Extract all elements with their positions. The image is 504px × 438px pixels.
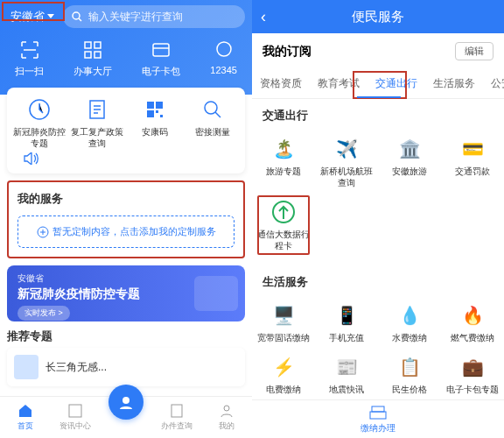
nav-pay[interactable]: 缴纳办理	[360, 405, 396, 434]
svg-point-0	[73, 12, 80, 19]
my-services-title: 我的服务	[18, 191, 234, 207]
service-item[interactable]: 安康码	[129, 96, 181, 149]
edit-button[interactable]: 编辑	[455, 42, 494, 60]
svg-rect-18	[172, 405, 182, 417]
svg-point-20	[273, 201, 294, 223]
svg-rect-11	[147, 110, 154, 117]
traffic-grid: 🏝️旅游专题 ✈️新桥机场航班查询 🏛️安徽旅游 💳交通罚款 通信大数据行程卡	[252, 127, 504, 265]
tab-police[interactable]: 公安服	[483, 69, 504, 98]
search-input[interactable]	[88, 11, 236, 23]
sub-header: 我的订阅 编辑	[252, 33, 504, 69]
search-icon	[72, 11, 83, 23]
item-airport[interactable]: ✈️新桥机场航班查询	[315, 131, 378, 194]
svg-rect-1	[85, 42, 91, 48]
item-trip-card[interactable]: 通信大数据行程卡	[252, 194, 315, 257]
service-item[interactable]: 密接测量	[186, 96, 239, 149]
nav-home[interactable]: 首页	[0, 397, 51, 438]
svg-rect-5	[153, 44, 169, 56]
highlight-box	[353, 71, 407, 99]
item-electric[interactable]: ⚡电费缴纳	[252, 349, 315, 400]
tab-life[interactable]: 生活服务	[425, 69, 483, 98]
header: ‹ 便民服务	[252, 0, 504, 33]
svg-rect-3	[85, 52, 91, 58]
recommend-thumb	[14, 355, 38, 379]
item-earthquake[interactable]: 📰地震快讯	[315, 349, 378, 400]
banner-button[interactable]: 实时发布 >	[18, 306, 70, 321]
svg-rect-12	[156, 110, 158, 113]
item-gas[interactable]: 🔥燃气费缴纳	[441, 297, 504, 349]
label: 密接测量	[195, 126, 230, 138]
quick-12345[interactable]: 12345	[210, 39, 237, 78]
quick-hall[interactable]: 办事大厅	[74, 39, 112, 78]
quick-wallet[interactable]: 电子卡包	[142, 39, 180, 78]
sound-icon[interactable]	[10, 149, 242, 168]
nav-center[interactable]	[101, 397, 151, 438]
item-price[interactable]: 📋民生价格	[378, 349, 441, 400]
bottom-nav: 首页 资讯中心 办件查询 我的	[0, 396, 252, 438]
service-item[interactable]: 复工复产政策查询	[71, 96, 123, 149]
item-broadband[interactable]: 🖥️宽带固话缴纳	[252, 297, 315, 349]
label: 扫一扫	[15, 65, 44, 78]
svg-rect-2	[94, 42, 101, 48]
banner-art	[194, 276, 238, 311]
label: 新冠肺炎防控专题	[13, 126, 66, 149]
banner[interactable]: 安徽省 新冠肺炎疫情防控专题 实时发布 >	[7, 265, 245, 321]
label: 电子卡包	[142, 65, 180, 78]
service-item[interactable]: 新冠肺炎防控专题	[13, 96, 66, 149]
svg-rect-21	[372, 406, 384, 412]
right-phone: ‹ 便民服务 我的订阅 编辑 资格资质 教育考试 交通出行 生活服务 公安服 交…	[252, 0, 504, 438]
item-ecard[interactable]: 💼电子卡包专题	[441, 349, 504, 400]
printer-icon	[368, 405, 388, 420]
tab-indicator	[357, 96, 401, 98]
service-card: 新冠肺炎防控专题 复工复产政策查询 安康码 密接测量	[7, 88, 245, 173]
section-title: 交通出行	[252, 99, 504, 127]
svg-rect-4	[94, 52, 101, 58]
life-grid: 🖥️宽带固话缴纳 📱手机充值 💧水费缴纳 🔥燃气费缴纳 ⚡电费缴纳 📰地震快讯 …	[252, 293, 504, 409]
svg-point-14	[205, 102, 217, 114]
item-water[interactable]: 💧水费缴纳	[378, 297, 441, 349]
my-services-section: 我的服务 暂无定制内容，点击添加我的定制服务	[7, 180, 245, 258]
svg-rect-10	[156, 102, 163, 109]
section-title: 生活服务	[252, 265, 504, 293]
label: 安康码	[142, 126, 168, 138]
item-mobile[interactable]: 📱手机充值	[315, 297, 378, 349]
left-phone: 安徽省 扫一扫 办事大厅 电子卡包 12345 新冠肺炎防控专题 复工复产政策查…	[0, 0, 252, 438]
label: 办事大厅	[74, 65, 112, 78]
nav-query[interactable]: 办件查询	[151, 397, 202, 438]
item-tourism[interactable]: 🏛️安徽旅游	[378, 131, 441, 194]
tabs: 资格资质 教育考试 交通出行 生活服务 公安服	[252, 69, 504, 99]
header: 安徽省 扫一扫 办事大厅 电子卡包 12345	[0, 0, 252, 95]
svg-point-17	[122, 397, 130, 404]
label: 12345	[210, 65, 237, 75]
nav-news[interactable]: 资讯中心	[51, 397, 102, 438]
svg-rect-13	[160, 115, 163, 117]
highlight-box	[2, 2, 65, 21]
svg-rect-16	[69, 405, 81, 417]
page-title: 便民服务	[352, 9, 404, 25]
quick-scan[interactable]: 扫一扫	[15, 39, 44, 78]
nav-mine[interactable]: 我的	[201, 397, 252, 438]
item-fine[interactable]: 💳交通罚款	[441, 131, 504, 194]
recommend-text: 长三角无感...	[46, 360, 107, 375]
svg-rect-9	[147, 102, 154, 109]
item-travel[interactable]: 🏝️旅游专题	[252, 131, 315, 194]
svg-rect-22	[370, 412, 386, 419]
svg-point-19	[224, 406, 229, 411]
subtitle: 我的订阅	[262, 44, 312, 60]
custom-icon	[37, 226, 49, 238]
tab-qualification[interactable]: 资格资质	[252, 69, 310, 98]
back-icon[interactable]: ‹	[261, 8, 266, 26]
label: 复工复产政策查询	[71, 126, 123, 149]
hint-text: 暂无定制内容，点击添加我的定制服务	[52, 225, 216, 238]
recommend-title: 推荐专题	[7, 328, 245, 344]
recommend-card[interactable]: 长三角无感...	[7, 348, 245, 386]
add-custom-button[interactable]: 暂无定制内容，点击添加我的定制服务	[18, 215, 234, 248]
search-box[interactable]	[63, 5, 245, 28]
bottom-nav: 缴纳办理	[252, 399, 504, 438]
